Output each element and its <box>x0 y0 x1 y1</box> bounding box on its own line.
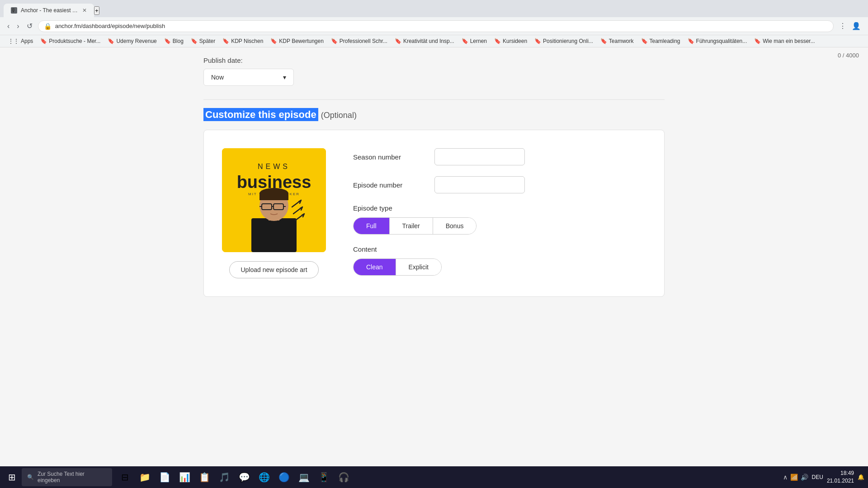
svg-rect-8 <box>259 193 288 200</box>
publish-date-value: Now <box>211 74 224 81</box>
bookmark-icon: 🔖 <box>534 38 541 44</box>
taskbar-chrome[interactable]: 🌐 <box>255 468 273 486</box>
bookmark-icon: 🔖 <box>222 38 229 44</box>
bookmark-kreativitaet[interactable]: 🔖 Kreativität und Insp... <box>392 37 457 45</box>
bookmark-icon: 🔖 <box>494 38 501 44</box>
taskbar-apps: ⊟ 📁 📄 📊 📋 🎵 💬 🌐 🔵 💻 📱 🎧 <box>116 468 353 486</box>
publish-date-section: Publish date: Now ▾ <box>203 56 665 86</box>
content-clean-button[interactable]: Clean <box>354 259 396 275</box>
page-content: 0 / 4000 Publish date: Now ▾ Customize t… <box>0 47 868 488</box>
clock-time: 18:49 <box>827 469 854 477</box>
taskbar-spotify[interactable]: 🎧 <box>335 468 353 486</box>
bookmark-icon: 🔖 <box>40 38 47 44</box>
bookmark-udemy[interactable]: 🔖 Udemy Revenue <box>105 37 159 45</box>
svg-text:NEWS: NEWS <box>258 163 290 170</box>
taskbar-search[interactable]: 🔍 Zur Suche Text hier eingeben <box>22 468 112 486</box>
taskbar: ⊞ 🔍 Zur Suche Text hier eingeben ⊟ 📁 📄 📊… <box>0 466 868 488</box>
bookmark-positionierung[interactable]: 🔖 Positionierung Onli... <box>532 37 596 45</box>
bookmark-icon: 🔖 <box>641 38 648 44</box>
bookmark-blog[interactable]: 🔖 Blog <box>161 37 186 45</box>
season-number-row: Season number <box>353 148 646 165</box>
url-text: anchor.fm/dashboard/episode/new/publish <box>55 23 828 29</box>
episode-type-label: Episode type <box>353 204 646 212</box>
publish-date-dropdown[interactable]: Now ▾ <box>203 69 294 86</box>
bookmark-teamleading[interactable]: 🔖 Teamleading <box>638 37 683 45</box>
episode-type-full-button[interactable]: Full <box>354 218 390 234</box>
lock-icon: 🔒 <box>44 23 52 30</box>
season-number-input[interactable] <box>434 148 525 165</box>
taskbar-explorer[interactable]: 📁 <box>136 468 154 486</box>
browser-chrome: 🎙 Anchor - The easiest way to mai... ✕ +… <box>0 0 868 47</box>
taskbar-task-view[interactable]: ⊟ <box>116 468 134 486</box>
back-button[interactable]: ‹ <box>5 20 11 32</box>
episode-type-bonus-button[interactable]: Bonus <box>433 218 476 234</box>
bookmark-kdp-bewertungen[interactable]: 🔖 KDP Bewertungen <box>268 37 326 45</box>
windows-icon: ⊞ <box>8 472 16 483</box>
content-label: Content <box>353 245 646 253</box>
bookmark-professionell[interactable]: 🔖 Professionell Schr... <box>328 37 390 45</box>
main-content: Publish date: Now ▾ Customize this episo… <box>185 47 683 306</box>
toolbar-icons: ⋮ 👤 <box>837 20 863 32</box>
bookmark-icon: 🔖 <box>270 38 277 44</box>
taskbar-time: 18:49 21.01.2021 <box>827 469 854 485</box>
chevron-up-icon: ∧ <box>783 474 788 481</box>
episode-type-group: Full Trailer Bonus <box>353 217 476 235</box>
network-icon: 📶 <box>790 474 798 481</box>
clock-date: 21.01.2021 <box>827 477 854 485</box>
taskbar-edge[interactable]: 🔵 <box>275 468 293 486</box>
bookmark-produktsuche[interactable]: 🔖 Produktsuche - Mer... <box>38 37 103 45</box>
tab-title: Anchor - The easiest way to mai... <box>21 7 79 14</box>
taskbar-app6[interactable]: 💬 <box>235 468 253 486</box>
bookmarks-bar: ⋮⋮ Apps 🔖 Produktsuche - Mer... 🔖 Udemy … <box>0 35 868 47</box>
content-explicit-button[interactable]: Explicit <box>396 259 441 275</box>
profile-button[interactable]: 👤 <box>850 20 863 32</box>
forward-button[interactable]: › <box>15 20 21 32</box>
upload-episode-art-button[interactable]: Upload new episode art <box>229 261 318 278</box>
taskbar-powerpoint[interactable]: 📋 <box>195 468 213 486</box>
episode-number-input[interactable] <box>434 176 525 193</box>
bookmark-lernen[interactable]: 🔖 Lernen <box>459 37 490 45</box>
taskbar-app5[interactable]: 🎵 <box>215 468 233 486</box>
taskbar-word[interactable]: 📄 <box>156 468 174 486</box>
bookmark-icon: 🔖 <box>754 38 761 44</box>
taskbar-app7[interactable]: 💻 <box>295 468 313 486</box>
episode-art-section: NEWS business MIT TOBIAS BECKER <box>222 148 326 278</box>
extensions-button[interactable]: ⋮ <box>837 20 848 32</box>
taskbar-excel[interactable]: 📊 <box>175 468 193 486</box>
bookmark-apps[interactable]: ⋮⋮ Apps <box>5 37 36 45</box>
tab-bar: 🎙 Anchor - The easiest way to mai... ✕ + <box>0 0 868 17</box>
apps-icon: ⋮⋮ <box>8 38 19 44</box>
episode-number-label: Episode number <box>353 181 425 189</box>
reload-button[interactable]: ↺ <box>25 20 34 32</box>
bookmark-fuehrung[interactable]: 🔖 Führungsqualitäten... <box>685 37 750 45</box>
bookmark-icon: 🔖 <box>108 38 114 44</box>
search-icon: 🔍 <box>27 474 34 480</box>
start-button[interactable]: ⊞ <box>4 469 20 485</box>
svg-rect-4 <box>251 218 297 252</box>
content-row: Content Clean Explicit <box>353 245 646 276</box>
tab-close-button[interactable]: ✕ <box>82 7 87 14</box>
bookmark-teamwork[interactable]: 🔖 Teamwork <box>598 37 637 45</box>
bookmark-icon: 🔖 <box>395 38 401 44</box>
bookmark-spaeter[interactable]: 🔖 Später <box>188 37 218 45</box>
new-tab-button[interactable]: + <box>94 6 99 15</box>
keyboard-layout-label: DEU <box>812 474 823 480</box>
bookmark-icon: 🔖 <box>164 38 171 44</box>
active-tab[interactable]: 🎙 Anchor - The easiest way to mai... ✕ <box>4 4 94 17</box>
bookmark-wie-man[interactable]: 🔖 Wie man ein besser... <box>751 37 817 45</box>
url-bar[interactable]: 🔒 anchor.fm/dashboard/episode/new/publis… <box>38 20 834 32</box>
address-bar: ‹ › ↺ 🔒 anchor.fm/dashboard/episode/new/… <box>0 17 868 35</box>
notification-icon: 🔔 <box>858 474 864 480</box>
taskbar-app8[interactable]: 📱 <box>315 468 333 486</box>
system-icons: ∧ 📶 🔊 <box>783 474 808 481</box>
bookmark-icon: 🔖 <box>462 38 468 44</box>
dropdown-chevron-icon: ▾ <box>283 74 286 81</box>
search-placeholder: Zur Suche Text hier eingeben <box>38 471 107 483</box>
char-count: 0 / 4000 <box>838 52 859 59</box>
bookmark-kursideen[interactable]: 🔖 Kursideen <box>491 37 530 45</box>
episode-type-trailer-button[interactable]: Trailer <box>390 218 433 234</box>
content-group: Clean Explicit <box>353 258 442 276</box>
customize-heading: Customize this episode (Optional) <box>203 109 665 121</box>
bookmark-kdp-nischen[interactable]: 🔖 KDP Nischen <box>220 37 266 45</box>
bookmark-icon: 🔖 <box>688 38 694 44</box>
